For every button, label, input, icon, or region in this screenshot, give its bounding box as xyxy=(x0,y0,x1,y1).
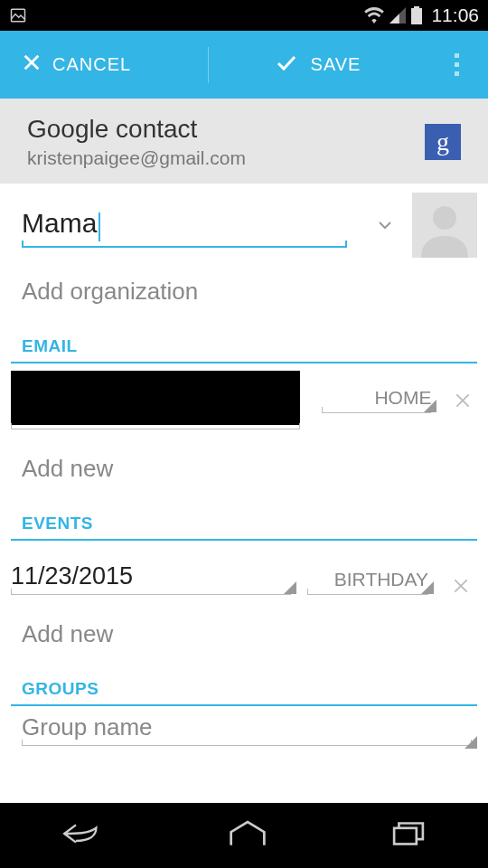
group-select[interactable]: Group name xyxy=(11,713,477,750)
status-time: 11:06 xyxy=(431,5,479,26)
check-icon xyxy=(273,52,300,78)
account-email: kristenpaigee@gmail.com xyxy=(27,147,425,169)
save-button[interactable]: SAVE xyxy=(209,31,425,99)
event-type-select[interactable]: BIRTHDAY xyxy=(307,569,434,595)
save-label: SAVE xyxy=(311,54,361,75)
section-label-groups: GROUPS xyxy=(11,668,477,704)
system-nav-bar xyxy=(0,803,488,868)
email-entry-row: HOME xyxy=(11,363,477,435)
wifi-icon xyxy=(364,7,384,24)
group-placeholder: Group name xyxy=(22,713,153,741)
section-label-email: EMAIL xyxy=(11,326,477,362)
event-date-select[interactable]: 11/23/2015 xyxy=(11,562,296,595)
content-scroll[interactable]: Mama Add organization EMAIL HOME Add new xyxy=(0,184,488,803)
event-type-label: BIRTHDAY xyxy=(334,569,428,590)
expand-name-button[interactable] xyxy=(367,214,403,236)
add-organization-button[interactable]: Add organization xyxy=(11,258,477,326)
account-title: Google contact xyxy=(27,115,425,144)
svg-rect-10 xyxy=(394,828,417,844)
email-add-new-button[interactable]: Add new xyxy=(11,435,477,503)
cell-signal-icon xyxy=(389,7,406,24)
battery-icon xyxy=(411,6,422,24)
email-type-label: HOME xyxy=(374,387,431,408)
event-entry-row: 11/23/2015 BIRTHDAY xyxy=(11,541,477,600)
back-button[interactable] xyxy=(61,820,105,851)
cancel-button[interactable]: CANCEL xyxy=(0,31,208,99)
status-bar: 11:06 xyxy=(0,0,488,31)
section-divider-groups xyxy=(11,704,477,706)
name-input-wrap: Mama xyxy=(11,203,358,248)
email-remove-button[interactable] xyxy=(447,392,477,410)
account-header: Google contact kristenpaigee@gmail.com g xyxy=(0,99,488,184)
home-button[interactable] xyxy=(228,820,267,851)
overflow-menu-button[interactable] xyxy=(425,31,488,99)
close-icon xyxy=(22,52,42,77)
cancel-label: CANCEL xyxy=(52,54,131,75)
overflow-icon xyxy=(455,53,459,76)
event-add-new-button[interactable]: Add new xyxy=(11,600,477,668)
svg-point-5 xyxy=(433,206,456,230)
section-label-events: EVENTS xyxy=(11,503,477,539)
text-cursor xyxy=(99,212,100,241)
action-bar: CANCEL SAVE xyxy=(0,31,488,99)
image-icon xyxy=(9,7,27,24)
email-type-select[interactable]: HOME xyxy=(322,387,436,413)
event-date-value: 11/23/2015 xyxy=(11,562,133,590)
event-remove-button[interactable] xyxy=(445,577,477,595)
svg-rect-2 xyxy=(414,6,419,8)
name-input[interactable]: Mama xyxy=(22,208,97,246)
google-icon: g xyxy=(425,124,461,160)
svg-rect-1 xyxy=(411,8,422,24)
email-value-input[interactable] xyxy=(11,371,300,425)
contact-avatar[interactable] xyxy=(412,193,477,258)
recent-apps-button[interactable] xyxy=(390,820,427,851)
